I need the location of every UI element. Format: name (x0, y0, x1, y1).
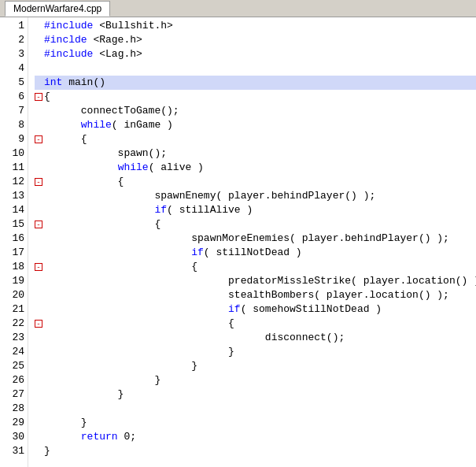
code-text: } (44, 387, 124, 402)
line-number: 10 (0, 146, 24, 161)
line-number: 16 (0, 232, 24, 246)
collapse-marker[interactable]: - (35, 135, 42, 143)
code-line: if( stillAlive ) (35, 203, 476, 217)
line-number: 2 (0, 33, 24, 47)
line-number: 14 (0, 203, 24, 217)
code-line: stealthBombers( player.location() ); (35, 288, 476, 302)
code-line: predatorMissleStrike( player.location() … (35, 274, 476, 288)
code-text: { (44, 132, 87, 146)
code-line: while( alive ) (35, 161, 476, 175)
code-line: - { (35, 217, 476, 232)
line-number: 28 (0, 402, 24, 416)
code-area: #include <Bullshit.h>#inclde <Rage.h>#in… (28, 17, 476, 467)
code-text: { (44, 217, 161, 232)
code-text: predatorMissleStrike( player.location() … (44, 274, 476, 288)
code-line: #include <Bullshit.h> (35, 19, 476, 33)
code-text: connectToGame(); (44, 104, 179, 118)
collapse-marker[interactable]: - (35, 93, 42, 101)
code-text: } (44, 359, 197, 373)
code-text: if( stillAlive ) (44, 203, 253, 217)
line-number: 26 (0, 373, 24, 387)
collapse-marker[interactable]: - (35, 263, 42, 271)
code-line: - { (35, 175, 476, 189)
title-bar: ModernWarfare4.cpp (0, 0, 476, 17)
code-line: - { (35, 132, 476, 146)
code-text: { (44, 317, 234, 331)
line-number: 19 (0, 274, 24, 288)
code-line: - { (35, 260, 476, 274)
code-text: while( inGame ) (44, 118, 173, 132)
code-text: #include <Bullshit.h> (44, 19, 173, 33)
code-text: spawnMoreEnemies( player.behindPlayer() … (44, 232, 449, 246)
code-text: spawn(); (44, 146, 167, 161)
file-tab[interactable]: ModernWarfare4.cpp (5, 1, 110, 17)
code-line: } (35, 345, 476, 359)
code-text: } (44, 373, 161, 387)
code-line: if( stillNotDead ) (35, 246, 476, 260)
editor: 1234567891011121314151617181920212223242… (0, 17, 476, 467)
line-number: 18 (0, 260, 24, 274)
line-number: 31 (0, 444, 24, 458)
code-line: if( somehowStillNotDead ) (35, 302, 476, 317)
code-line: -{ (35, 90, 476, 104)
code-text: #inclde <Rage.h> (44, 33, 142, 47)
collapse-marker[interactable]: - (35, 320, 42, 328)
line-number: 8 (0, 118, 24, 132)
code-line: spawn(); (35, 146, 476, 161)
code-line: } (35, 359, 476, 373)
line-number: 20 (0, 288, 24, 302)
code-line: spawnMoreEnemies( player.behindPlayer() … (35, 232, 476, 246)
code-line (35, 61, 476, 76)
code-text: return 0; (44, 430, 136, 444)
collapse-marker[interactable]: - (35, 178, 42, 186)
line-number: 21 (0, 302, 24, 317)
line-number: 3 (0, 47, 24, 61)
line-number: 5 (0, 76, 24, 90)
code-text: { (44, 90, 50, 104)
code-text: } (44, 345, 234, 359)
line-number: 4 (0, 61, 24, 76)
line-number: 9 (0, 132, 24, 146)
code-line: - { (35, 317, 476, 331)
line-number: 24 (0, 345, 24, 359)
collapse-marker[interactable]: - (35, 221, 42, 228)
code-line: } (35, 416, 476, 430)
code-text: stealthBombers( player.location() ); (44, 288, 449, 302)
line-number: 17 (0, 246, 24, 260)
line-number: 12 (0, 175, 24, 189)
line-numbers-column: 1234567891011121314151617181920212223242… (0, 17, 28, 467)
line-number: 11 (0, 161, 24, 175)
code-line: return 0; (35, 430, 476, 444)
line-number: 7 (0, 104, 24, 118)
code-line: } (35, 444, 476, 458)
code-line: disconnect(); (35, 331, 476, 345)
code-line: spawnEnemy( player.behindPlayer() ); (35, 189, 476, 203)
code-line: #inclde <Rage.h> (35, 33, 476, 47)
code-text: } (44, 416, 87, 430)
code-line: while( inGame ) (35, 118, 476, 132)
code-line: int main() (35, 76, 476, 90)
code-line: } (35, 387, 476, 402)
code-text: disconnect(); (44, 331, 345, 345)
code-line: connectToGame(); (35, 104, 476, 118)
code-text: int main() (44, 76, 105, 90)
code-line (35, 402, 476, 416)
line-number: 1 (0, 19, 24, 33)
code-line: } (35, 373, 476, 387)
line-number: 13 (0, 189, 24, 203)
code-text: if( somehowStillNotDead ) (44, 302, 382, 317)
code-text: { (44, 175, 124, 189)
code-line: #include <Lag.h> (35, 47, 476, 61)
code-text: { (44, 260, 197, 274)
line-number: 29 (0, 416, 24, 430)
code-text: while( alive ) (44, 161, 204, 175)
line-number: 23 (0, 331, 24, 345)
line-number: 27 (0, 387, 24, 402)
code-text: #include <Lag.h> (44, 47, 142, 61)
code-text: } (44, 444, 50, 458)
line-number: 15 (0, 217, 24, 232)
line-number: 30 (0, 430, 24, 444)
code-text: if( stillNotDead ) (44, 246, 302, 260)
code-text: spawnEnemy( player.behindPlayer() ); (44, 189, 375, 203)
line-number: 22 (0, 317, 24, 331)
